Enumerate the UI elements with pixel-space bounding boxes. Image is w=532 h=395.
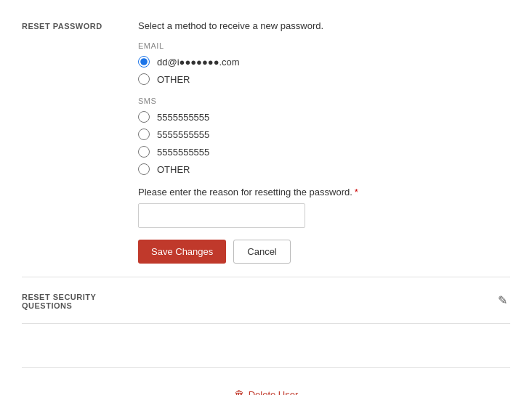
sms-group-label: SMS bbox=[138, 97, 510, 105]
sms-option-1[interactable]: 5555555555 bbox=[138, 111, 510, 123]
reason-required: * bbox=[355, 187, 358, 198]
email-main-radio[interactable] bbox=[138, 56, 150, 68]
delete-user-button[interactable]: 🗑 Delete User bbox=[234, 388, 299, 395]
reset-password-section: RESET PASSWORD Select a method to receiv… bbox=[22, 7, 510, 277]
reset-security-questions-section: RESET SECURITY QUESTIONS ✎ bbox=[22, 277, 510, 324]
reset-security-questions-label: RESET SECURITY QUESTIONS bbox=[22, 291, 138, 310]
delete-user-label: Delete User bbox=[249, 389, 299, 396]
sms-1-radio[interactable] bbox=[138, 111, 150, 123]
email-other-radio[interactable] bbox=[138, 73, 150, 85]
trash-icon: 🗑 bbox=[234, 388, 244, 395]
email-group-label: EMAIL bbox=[138, 41, 510, 50]
email-option-main[interactable]: dd@i●●●●●●●.com bbox=[138, 56, 510, 68]
reason-input[interactable] bbox=[138, 203, 305, 228]
sms-radio-group: 5555555555 5555555555 5555555555 OTHER bbox=[138, 111, 510, 175]
button-row: Save Changes Cancel bbox=[138, 240, 510, 264]
email-option-other[interactable]: OTHER bbox=[138, 73, 510, 85]
sms-3-label: 5555555555 bbox=[157, 147, 209, 158]
spacer bbox=[22, 324, 510, 367]
sms-option-2[interactable]: 5555555555 bbox=[138, 129, 510, 140]
reset-password-label: RESET PASSWORD bbox=[22, 20, 138, 264]
reason-label: Please enter the reason for resetting th… bbox=[138, 187, 510, 198]
email-main-label: dd@i●●●●●●●.com bbox=[157, 57, 240, 68]
save-changes-button[interactable]: Save Changes bbox=[138, 240, 226, 264]
reset-password-content: Select a method to receive a new passwor… bbox=[138, 20, 510, 264]
edit-security-questions-icon[interactable]: ✎ bbox=[495, 290, 510, 310]
email-radio-group: dd@i●●●●●●●.com OTHER bbox=[138, 56, 510, 85]
sms-1-label: 5555555555 bbox=[157, 112, 209, 123]
page-container: RESET PASSWORD Select a method to receiv… bbox=[0, 0, 532, 395]
email-other-label: OTHER bbox=[157, 74, 190, 85]
sms-option-3[interactable]: 5555555555 bbox=[138, 146, 510, 158]
sms-option-other[interactable]: OTHER bbox=[138, 163, 510, 175]
sms-2-label: 5555555555 bbox=[157, 129, 209, 140]
sms-other-label: OTHER bbox=[157, 164, 190, 175]
delete-user-section: 🗑 Delete User bbox=[22, 368, 510, 395]
sms-2-radio[interactable] bbox=[138, 129, 150, 140]
sms-3-radio[interactable] bbox=[138, 146, 150, 158]
sms-other-radio[interactable] bbox=[138, 163, 150, 175]
reset-password-description: Select a method to receive a new passwor… bbox=[138, 20, 510, 31]
cancel-button[interactable]: Cancel bbox=[233, 240, 290, 264]
